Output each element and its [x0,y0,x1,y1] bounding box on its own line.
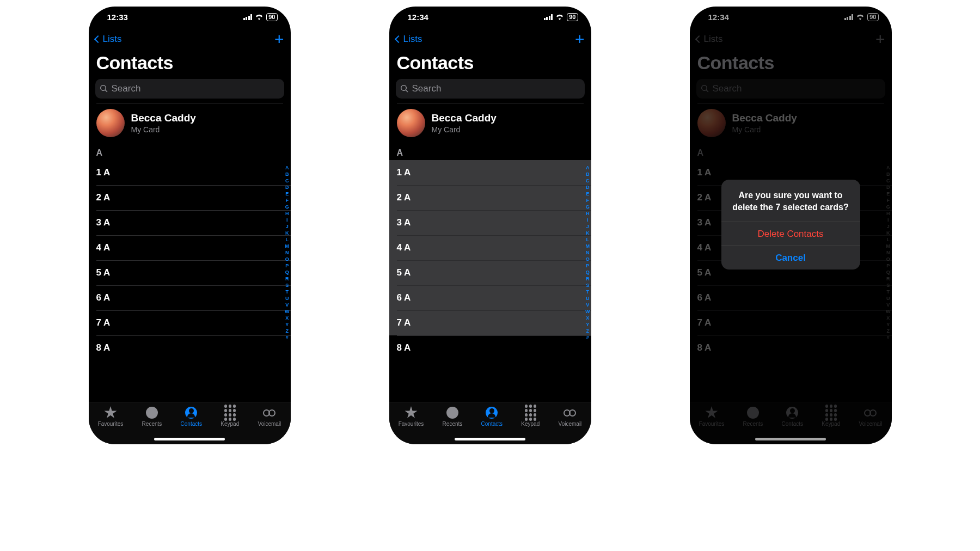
contact-row[interactable]: 8 A [389,335,591,360]
clock-icon [446,407,458,419]
status-bar: 12:34 90 [389,7,591,27]
status-indicators: 90 [544,13,578,21]
add-button[interactable]: + [575,31,585,47]
tab-voicemail[interactable]: Voicemail [559,406,582,444]
contact-row[interactable]: 1 A [389,160,591,185]
my-card-name: Becca Caddy [131,112,196,125]
home-indicator[interactable] [154,438,225,440]
search-field[interactable]: Search [95,79,284,99]
my-card-sub: My Card [432,125,497,134]
clock-icon [146,407,158,419]
contact-row[interactable]: 5 A [389,260,591,285]
tab-favourites[interactable]: Favourites [399,406,424,444]
delete-alert: Are you sure you want to delete the 7 se… [721,180,860,270]
my-card-name: Becca Caddy [432,112,497,125]
search-icon [400,84,409,93]
status-time: 12:33 [107,13,128,22]
contact-row[interactable]: 6 A [89,285,291,310]
contact-list[interactable]: 1 A2 A3 A4 A5 A6 A7 A8 A [389,160,591,402]
person-icon [486,407,498,419]
contact-row[interactable]: 8 A [89,335,291,360]
my-card-row[interactable]: Becca Caddy My Card [389,103,591,145]
star-icon [405,406,418,419]
contact-row[interactable]: 1 A [89,160,291,185]
alert-overlay: Are you sure you want to delete the 7 se… [690,7,892,444]
contact-row[interactable]: 2 A [389,185,591,210]
search-placeholder: Search [112,83,141,94]
section-index[interactable]: ABCDEFGHIJKLMNOPQRSTUVWXYZ# [585,164,590,341]
page-title: Contacts [389,51,591,77]
voicemail-icon [263,409,275,417]
phone-screen-1: 12:33 90 Lists + Contacts Search Becca C… [89,7,291,444]
nav-bar: Lists + [389,27,591,51]
page-title: Contacts [89,51,291,77]
contact-row[interactable]: 4 A [389,235,591,260]
battery-icon: 90 [567,13,578,21]
status-indicators: 90 [243,13,278,21]
section-header: A [89,145,291,160]
tab-favourites[interactable]: Favourites [98,406,124,444]
cellular-icon [544,14,553,20]
my-card-sub: My Card [131,125,196,134]
contact-list[interactable]: 1 A2 A3 A4 A5 A6 A7 A8 A [89,160,291,402]
phone-screen-3: 12:34 90 Lists + Contacts Search Becca C… [690,7,892,444]
contact-row[interactable]: 2 A [89,185,291,210]
wifi-icon [555,14,564,20]
chevron-left-icon [94,35,101,43]
status-time: 12:34 [408,13,428,22]
back-button[interactable]: Lists [396,34,422,45]
battery-icon: 90 [266,13,277,21]
section-header: A [389,145,591,160]
wifi-icon [255,14,264,20]
nav-bar: Lists + [89,27,291,51]
section-index[interactable]: ABCDEFGHIJKLMNOPQRSTUVWXYZ# [285,164,290,341]
cellular-icon [243,14,253,20]
home-indicator[interactable] [455,438,525,440]
keypad-icon [224,405,236,421]
back-button[interactable]: Lists [95,34,122,45]
cancel-button[interactable]: Cancel [721,246,860,270]
contact-row[interactable]: 6 A [389,285,591,310]
contact-row[interactable]: 3 A [89,210,291,235]
search-field[interactable]: Search [396,79,585,99]
star-icon [104,406,117,419]
tab-voicemail[interactable]: Voicemail [258,406,281,444]
search-placeholder: Search [412,83,442,94]
add-button[interactable]: + [274,31,284,47]
delete-contacts-button[interactable]: Delete Contacts [721,222,860,246]
avatar [96,109,125,137]
contact-row[interactable]: 4 A [89,235,291,260]
chevron-left-icon [394,35,402,43]
keypad-icon [525,405,537,421]
back-label: Lists [103,34,122,45]
back-label: Lists [403,34,422,45]
search-icon [100,84,108,93]
contact-row[interactable]: 7 A [89,310,291,335]
status-bar: 12:33 90 [89,7,291,27]
contact-row[interactable]: 5 A [89,260,291,285]
voicemail-icon [564,409,576,417]
my-card-row[interactable]: Becca Caddy My Card [89,103,291,145]
person-icon [185,407,197,419]
phone-screen-2: 12:34 90 Lists + Contacts Search Becca C… [389,7,591,444]
contact-row[interactable]: 7 A [389,310,591,335]
contact-row[interactable]: 3 A [389,210,591,235]
avatar [397,109,425,137]
alert-message: Are you sure you want to delete the 7 se… [721,180,860,222]
